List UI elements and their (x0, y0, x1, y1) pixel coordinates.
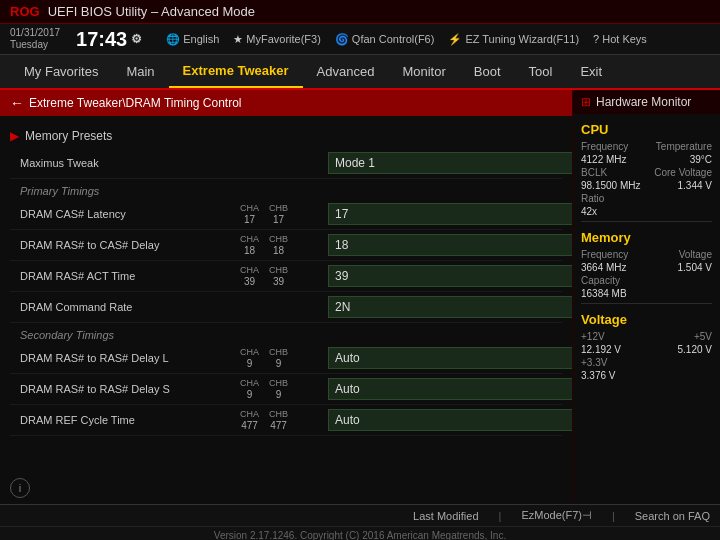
cpu-core-voltage-label: Core Voltage (654, 167, 712, 178)
qfan-link[interactable]: 🌀 Qfan Control(F6) (335, 33, 435, 46)
dram-cmd-input: 2N ▼ (328, 296, 572, 318)
memory-section-title: Memory (581, 230, 712, 245)
voltage-12-label: +12V (581, 331, 605, 342)
nav-my-favorites[interactable]: My Favorites (10, 56, 112, 87)
memory-voltage-divider (581, 303, 712, 304)
info-button[interactable]: i (10, 478, 30, 498)
nav-menu: My Favorites Main Extreme Tweaker Advanc… (0, 55, 720, 90)
nav-main[interactable]: Main (112, 56, 168, 87)
dram-ras-cas-cha: CHA 18 (240, 234, 259, 256)
dram-ref-field[interactable] (328, 409, 572, 431)
memory-presets-header[interactable]: ▶ Memory Presets (10, 124, 562, 148)
hotkeys-icon: ? (593, 33, 599, 45)
memory-freq-row: Frequency Voltage (581, 249, 712, 260)
nav-tool[interactable]: Tool (515, 56, 567, 87)
hw-monitor-header: ⊞ Hardware Monitor (573, 90, 720, 114)
nav-advanced[interactable]: Advanced (303, 56, 389, 87)
nav-boot[interactable]: Boot (460, 56, 515, 87)
dram-cmd-rate-label: DRAM Command Rate (20, 301, 240, 313)
dram-cas-cha: CHA 17 (240, 203, 259, 225)
dram-ras-act-cha: CHA 39 (240, 265, 259, 287)
dram-ras-ras-s-row: DRAM RAS# to RAS# Delay S CHA 9 CHB 9 (10, 374, 562, 405)
last-modified-label: Last Modified (413, 510, 478, 522)
dram-ras-ras-l-chb: CHB 9 (269, 347, 288, 369)
voltage-5-value: 5.120 V (678, 344, 712, 355)
dram-ras-ras-s-cha: CHA 9 (240, 378, 259, 400)
nav-exit[interactable]: Exit (566, 56, 616, 87)
dram-ras-act-channels: CHA 39 CHB 39 (240, 265, 320, 287)
bottom-bar: Version 2.17.1246. Copyright (C) 2016 Am… (0, 526, 720, 540)
voltage-12-5-value-row: 12.192 V 5.120 V (581, 344, 712, 355)
dram-ras-ras-l-field[interactable] (328, 347, 572, 369)
voltage-12-value: 12.192 V (581, 344, 621, 355)
dram-ras-ras-l-row: DRAM RAS# to RAS# Delay L CHA 9 CHB 9 (10, 343, 562, 374)
language-link[interactable]: 🌐 English (166, 33, 219, 46)
dram-ras-cas-channels: CHA 18 CHB 18 (240, 234, 320, 256)
nav-extreme-tweaker[interactable]: Extreme Tweaker (169, 55, 303, 88)
main-layout: ← Extreme Tweaker\DRAM Timing Control ▶ … (0, 90, 720, 504)
monitor-icon: ⊞ (581, 95, 591, 109)
dram-ras-act-field[interactable] (328, 265, 572, 287)
dram-ras-ras-s-label: DRAM RAS# to RAS# Delay S (20, 383, 240, 395)
dram-ref-channels: CHA 477 CHB 477 (240, 409, 320, 431)
dram-ref-label: DRAM REF Cycle Time (20, 414, 240, 426)
settings-icon[interactable]: ⚙ (131, 32, 142, 46)
nav-monitor[interactable]: Monitor (388, 56, 459, 87)
dram-cmd-select[interactable]: 2N ▼ (328, 296, 572, 318)
rog-logo: ROG (10, 4, 40, 19)
cpu-frequency-label: Frequency (581, 141, 628, 152)
hotkeys-link[interactable]: ? Hot Keys (593, 33, 647, 45)
dram-ras-ras-s-channels: CHA 9 CHB 9 (240, 378, 320, 400)
dram-ras-ras-l-channels: CHA 9 CHB 9 (240, 347, 320, 369)
voltage-33-row: +3.3V (581, 357, 712, 368)
fan-icon: 🌀 (335, 33, 349, 46)
cpu-bclk-value: 98.1500 MHz (581, 180, 640, 191)
date-display: 01/31/2017 (10, 27, 60, 39)
footer-separator-2: | (612, 510, 615, 522)
footer: Last Modified | EzMode(F7)⊣ | Search on … (0, 504, 720, 526)
cpu-core-voltage-value: 1.344 V (678, 180, 712, 191)
memory-voltage-label: Voltage (679, 249, 712, 260)
maximus-tweak-select[interactable]: Mode 1 ▼ (328, 152, 572, 174)
dram-ras-ras-l-label: DRAM RAS# to RAS# Delay L (20, 352, 240, 364)
memory-frequency-label: Frequency (581, 249, 628, 260)
back-arrow[interactable]: ← (10, 95, 24, 111)
maximus-tweak-label: Maximus Tweak (20, 157, 240, 169)
favorites-link[interactable]: ★ MyFavorite(F3) (233, 33, 321, 46)
voltage-section-title: Voltage (581, 312, 712, 327)
memory-freq-value-row: 3664 MHz 1.504 V (581, 262, 712, 273)
dram-cas-field[interactable] (328, 203, 572, 225)
ez-tuning-link[interactable]: ⚡ EZ Tuning Wizard(F11) (448, 33, 579, 46)
primary-timings-label: Primary Timings (10, 179, 562, 199)
dram-ras-ras-s-chb: CHB 9 (269, 378, 288, 400)
footer-separator-1: | (499, 510, 502, 522)
memory-capacity-label: Capacity (581, 275, 620, 286)
cpu-ratio-row: Ratio (581, 193, 712, 204)
dram-cas-channels: CHA 17 CHB 17 (240, 203, 320, 225)
title-bar: ROG UEFI BIOS Utility – Advanced Mode (0, 0, 720, 24)
dram-ras-cas-field[interactable] (328, 234, 572, 256)
dram-cas-chb: CHB 17 (269, 203, 288, 225)
star-icon: ★ (233, 33, 243, 46)
maximus-tweak-row: Maximus Tweak Mode 1 ▼ (10, 148, 562, 179)
memory-capacity-row: Capacity (581, 275, 712, 286)
dram-ras-ras-s-field[interactable] (328, 378, 572, 400)
dram-ref-cha: CHA 477 (240, 409, 259, 431)
dram-ras-cas-row: DRAM RAS# to CAS# Delay CHA 18 CHB 18 (10, 230, 562, 261)
dram-ref-input (328, 409, 572, 431)
info-bar-links: 🌐 English ★ MyFavorite(F3) 🌀 Qfan Contro… (166, 33, 710, 46)
hw-monitor-title: Hardware Monitor (596, 95, 691, 109)
dram-ras-cas-label: DRAM RAS# to CAS# Delay (20, 239, 240, 251)
ez-mode-button[interactable]: EzMode(F7)⊣ (521, 509, 592, 522)
memory-frequency-value: 3664 MHz (581, 262, 627, 273)
search-faq-button[interactable]: Search on FAQ (635, 510, 710, 522)
time-display: 17:43 ⚙ (76, 28, 142, 51)
dram-ras-act-chb: CHB 39 (269, 265, 288, 287)
dram-cas-row: DRAM CAS# Latency CHA 17 CHB 17 (10, 199, 562, 230)
datetime: 01/31/2017 Tuesday (10, 27, 60, 51)
dram-ras-act-input (328, 265, 572, 287)
cpu-memory-divider (581, 221, 712, 222)
dram-cas-label: DRAM CAS# Latency (20, 208, 240, 220)
version-text: Version 2.17.1246. Copyright (C) 2016 Am… (214, 530, 506, 540)
content-area: ▶ Memory Presets Maximus Tweak Mode 1 ▼ … (0, 116, 572, 444)
